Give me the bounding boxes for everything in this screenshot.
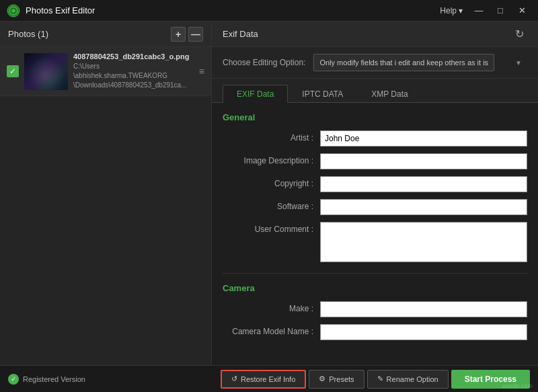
tabs-bar: EXIF Data IPTC DATA XMP Data [212, 79, 538, 103]
section-divider [223, 273, 527, 274]
editing-option-select[interactable]: Only modify fields that i edit and keep … [313, 54, 494, 71]
photo-path: C:\Users \abhishek.sharma.TWEAKORG \Down… [73, 62, 194, 90]
right-panel: Exif Data ↻ Choose Editing Option: Only … [212, 22, 538, 365]
close-button[interactable]: ✕ [512, 3, 531, 18]
photos-header: Photos (1) + — [0, 22, 211, 47]
app-icon [7, 4, 20, 17]
camera-model-input[interactable] [320, 324, 527, 340]
copyright-row: Copyright : [223, 176, 527, 192]
minimize-button[interactable]: — [469, 3, 488, 18]
title-bar: Photos Exif Editor Help ▾ — □ ✕ [0, 0, 538, 22]
artist-label: Artist : [223, 130, 320, 143]
form-content: General Artist : Image Description : Cop… [212, 103, 538, 365]
photo-name: 40878804253_db291cabc3_o.png [73, 52, 194, 61]
photo-info: 40878804253_db291cabc3_o.png C:\Users \a… [73, 52, 194, 90]
editing-select-wrapper: Only modify fields that i edit and keep … [313, 54, 527, 71]
registered-badge: ✓ Registered Version [8, 374, 85, 385]
restore-exif-button[interactable]: ↺ Restore Exif Info [221, 370, 306, 389]
refresh-button[interactable]: ↻ [511, 26, 527, 42]
help-button[interactable]: Help ▾ [436, 5, 467, 17]
camera-model-label: Camera Model Name : [223, 324, 320, 336]
copyright-input[interactable] [320, 176, 527, 192]
user-comment-row: User Comment : [223, 222, 527, 262]
photos-title: Photos (1) [8, 29, 48, 39]
software-input[interactable] [320, 199, 527, 215]
restore-label: Restore Exif Info [241, 375, 295, 383]
software-row: Software : [223, 199, 527, 215]
make-label: Make : [223, 301, 320, 313]
title-bar-left: Photos Exif Editor [7, 4, 95, 17]
presets-button[interactable]: ⚙ Presets [309, 370, 364, 389]
exif-title: Exif Data [223, 29, 258, 39]
make-input[interactable] [320, 301, 527, 317]
image-desc-row: Image Description : [223, 153, 527, 169]
bottom-bar: ✓ Registered Version ↺ Restore Exif Info… [0, 365, 538, 392]
photos-actions: + — [171, 27, 203, 42]
bottom-actions: ↺ Restore Exif Info ⚙ Presets ✎ Rename O… [221, 370, 530, 389]
user-comment-textarea[interactable] [320, 222, 527, 262]
photo-item: ✓ 40878804253_db291cabc3_o.png C:\Users … [0, 47, 211, 96]
watermark: wsxdn.com [502, 383, 533, 389]
tab-iptc-data[interactable]: IPTC DATA [288, 85, 357, 103]
artist-input[interactable] [320, 130, 527, 147]
maximize-button[interactable]: □ [491, 3, 510, 18]
make-row: Make : [223, 301, 527, 317]
editing-option-bar: Choose Editing Option: Only modify field… [212, 47, 538, 79]
photo-thumbnail [24, 53, 68, 90]
tab-xmp-data[interactable]: XMP Data [357, 85, 422, 103]
registered-icon: ✓ [8, 374, 19, 385]
artist-row: Artist : [223, 130, 527, 147]
camera-model-row: Camera Model Name : [223, 324, 527, 340]
copyright-label: Copyright : [223, 176, 320, 188]
image-desc-input[interactable] [320, 153, 527, 169]
add-photo-button[interactable]: + [171, 27, 186, 42]
rename-label: Rename Option [387, 375, 438, 383]
select-arrow-icon: ▼ [515, 59, 522, 67]
section-camera-title: Camera [223, 283, 527, 293]
exif-header: Exif Data ↻ [212, 22, 538, 47]
user-comment-label: User Comment : [223, 222, 320, 234]
presets-label: Presets [329, 375, 354, 383]
remove-photo-button[interactable]: — [188, 27, 203, 42]
registered-text: Registered Version [23, 375, 85, 383]
section-general-title: General [223, 112, 527, 122]
svg-point-2 [12, 9, 15, 12]
left-panel: Photos (1) + — ✓ 40878804253_db291cabc3_… [0, 22, 212, 365]
title-bar-right: Help ▾ — □ ✕ [436, 3, 531, 18]
image-desc-label: Image Description : [223, 153, 320, 165]
restore-icon: ↺ [231, 375, 237, 383]
app-title: Photos Exif Editor [26, 5, 95, 15]
tab-exif-data[interactable]: EXIF Data [223, 85, 288, 103]
software-label: Software : [223, 199, 320, 211]
main-layout: Photos (1) + — ✓ 40878804253_db291cabc3_… [0, 22, 538, 365]
rename-icon: ✎ [377, 375, 383, 383]
rename-option-button[interactable]: ✎ Rename Option [367, 370, 449, 389]
editing-option-label: Choose Editing Option: [223, 58, 305, 67]
photo-menu-icon[interactable]: ≡ [199, 66, 204, 77]
presets-icon: ⚙ [319, 375, 325, 383]
photo-checkbox[interactable]: ✓ [7, 65, 19, 77]
